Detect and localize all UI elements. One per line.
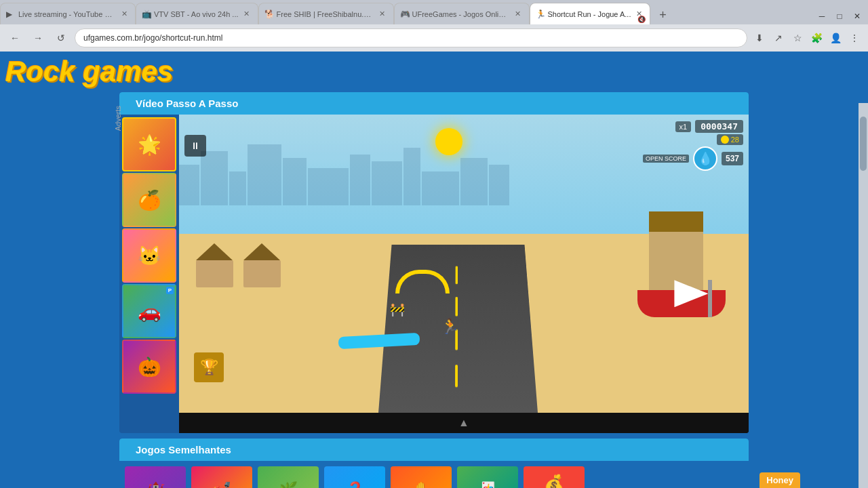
share-icon[interactable]: ↗	[770, 30, 787, 46]
similar-game-6[interactable]: 🃏	[457, 466, 518, 488]
thumb-2-inner: 🍊	[123, 174, 175, 226]
video-thumb-2[interactable]: 🍊	[122, 173, 176, 227]
forward-button[interactable]: →	[28, 28, 47, 47]
left-sidebar	[5, 92, 114, 488]
mute-icon: 🔇	[637, 16, 646, 23]
video-thumb-3[interactable]: 🐱	[122, 228, 176, 283]
game-screen: 🏃 🚧	[179, 115, 749, 413]
hud-top-row: x1 0000347	[675, 120, 743, 133]
scrollbar[interactable]	[859, 103, 868, 488]
similar-game-5[interactable]: ✋	[391, 466, 452, 488]
tab-2[interactable]: 📺 VTV SBT - Ao vivo 24h ... ✕	[136, 3, 258, 24]
similar-game-2[interactable]: 💅	[191, 466, 252, 488]
refresh-button[interactable]: ↺	[52, 28, 71, 47]
video-container: 🌟 🍊 🐱	[119, 115, 749, 433]
window-controls: ─ □ ✕	[814, 8, 868, 24]
bookmark-icon[interactable]: ☆	[789, 30, 806, 46]
hud-left: ⏸	[184, 120, 206, 171]
game-hud: ⏸ x1 0000347	[179, 115, 749, 176]
sg5-inner: ✋	[391, 466, 452, 488]
thumb-4-emoji: 🚗	[138, 300, 161, 323]
video-thumb-1[interactable]: 🌟	[122, 117, 176, 171]
tab-4[interactable]: 🎮 UFreeGames - Jogos Online... ✕	[394, 3, 530, 24]
video-section-title: Vídeo Passo A Passo	[136, 98, 238, 109]
video-arrow: ▲	[458, 417, 469, 429]
sg1-inner: 🏰	[125, 466, 186, 488]
thumb-1-emoji: 🌟	[138, 134, 161, 156]
coin-icon	[721, 136, 729, 144]
video-thumbnails: 🌟 🍊 🐱	[119, 115, 179, 433]
tab-3-close[interactable]: ✕	[377, 9, 388, 20]
video-thumb-4[interactable]: 🚗 P	[122, 284, 176, 338]
tab-bar: ▶ Live streaming - YouTube St... ✕ 📺 VTV…	[0, 0, 868, 24]
similar-game-3[interactable]: 🌿	[258, 466, 319, 488]
similar-section-header: Jogos Semelhantes	[119, 439, 749, 461]
road-line-1	[455, 266, 458, 285]
pause-button[interactable]: ⏸	[184, 135, 206, 157]
thumb-3-emoji: 🐱	[138, 245, 161, 267]
hud-right: x1 0000347 28	[643, 120, 743, 171]
video-bottom-bar: ▲	[179, 413, 749, 433]
tab-3[interactable]: 🐕 Free SHIB | FreeShibalnu.com... ✕	[258, 3, 394, 24]
hut-2-roof	[243, 243, 280, 260]
best-score-label: OPEN SCORE	[643, 155, 689, 163]
download-icon[interactable]: ⬇	[751, 30, 768, 46]
money-movers-icon: 💰	[544, 474, 564, 488]
menu-icon[interactable]: ⋮	[846, 30, 863, 46]
game-runner: 🏃	[441, 318, 459, 336]
extensions-icon[interactable]: 🧩	[808, 30, 825, 46]
close-button[interactable]: ✕	[849, 8, 865, 24]
similar-games-list: 🏰 💅 🌿 ❓ ✋ 🃏	[119, 461, 749, 488]
tab-1-close[interactable]: ✕	[119, 9, 130, 20]
hut-2	[243, 243, 281, 287]
scrollbar-thumb[interactable]	[860, 117, 867, 171]
site-logo[interactable]: Rock games	[0, 54, 178, 89]
thumb-2-emoji: 🍊	[138, 189, 161, 211]
hut-2-body	[243, 260, 281, 287]
best-score-value: 537	[722, 152, 743, 165]
sg2-inner: 💅	[191, 466, 252, 488]
tab-4-close[interactable]: ✕	[513, 9, 524, 20]
minimize-button[interactable]: ─	[814, 8, 830, 24]
tab-2-close[interactable]: ✕	[241, 9, 252, 20]
hud-middle-row: 28	[717, 134, 743, 145]
honey-label: Honey	[766, 475, 793, 485]
honey-extension-badge[interactable]: Honey	[760, 472, 800, 488]
similar-section: Jogos Semelhantes 🏰 💅 🌿 ❓	[119, 439, 749, 488]
coins-display: 28	[717, 134, 743, 145]
character-badge: 🏆	[194, 352, 224, 382]
boat-mast	[708, 280, 712, 317]
address-input[interactable]: ufgames.com.br/jogo/shortcut-run.html	[75, 28, 747, 47]
sg6-inner: 🃏	[457, 466, 518, 488]
best-score-container: OPEN SCORE	[643, 155, 689, 163]
similar-game-7-money-movers[interactable]: 💰 MoneyMovers	[524, 466, 585, 488]
address-text: ufgames.com.br/jogo/shortcut-run.html	[83, 33, 222, 43]
thumb-1-inner: 🌟	[123, 119, 175, 170]
tab-5-favicon: 🏃	[536, 9, 545, 19]
back-button[interactable]: ←	[5, 28, 24, 47]
thumb-5-emoji: 🎃	[138, 356, 161, 378]
new-tab-button[interactable]: +	[653, 5, 672, 24]
maximize-button[interactable]: □	[831, 8, 848, 24]
video-thumb-5[interactable]: 🎃	[122, 340, 176, 394]
tab-1-favicon: ▶	[6, 9, 16, 19]
tab-1-title: Live streaming - YouTube St...	[18, 10, 116, 18]
similar-game-1[interactable]: 🏰	[125, 466, 186, 488]
page-content: Rock games Adverts Vídeo Passo A Passo	[0, 52, 868, 488]
player-avatar: 💧	[693, 146, 717, 171]
multiplier-display: x1	[675, 121, 692, 132]
tab-5[interactable]: 🏃 Shortcut Run - Jogue A... 🔇 ✕	[530, 3, 651, 24]
game-huts	[196, 243, 281, 287]
similar-game-4[interactable]: ❓	[324, 466, 385, 488]
tab-1[interactable]: ▶ Live streaming - YouTube St... ✕	[0, 3, 136, 24]
tab-3-favicon: 🐕	[264, 9, 274, 19]
adverts-label: Adverts	[114, 106, 122, 131]
tab-5-title: Shortcut Run - Jogue A...	[548, 10, 631, 18]
profile-icon[interactable]: 👤	[827, 30, 844, 46]
video-section-header: Vídeo Passo A Passo	[119, 92, 749, 115]
address-bar: ← → ↺ ufgames.com.br/jogo/shortcut-run.h…	[0, 24, 868, 52]
main-video[interactable]: 🏃 🚧	[179, 115, 749, 433]
sg3-inner: 🌿	[258, 466, 319, 488]
hut-1	[196, 243, 233, 287]
center-content: Vídeo Passo A Passo 🌟 🍊	[114, 92, 754, 488]
